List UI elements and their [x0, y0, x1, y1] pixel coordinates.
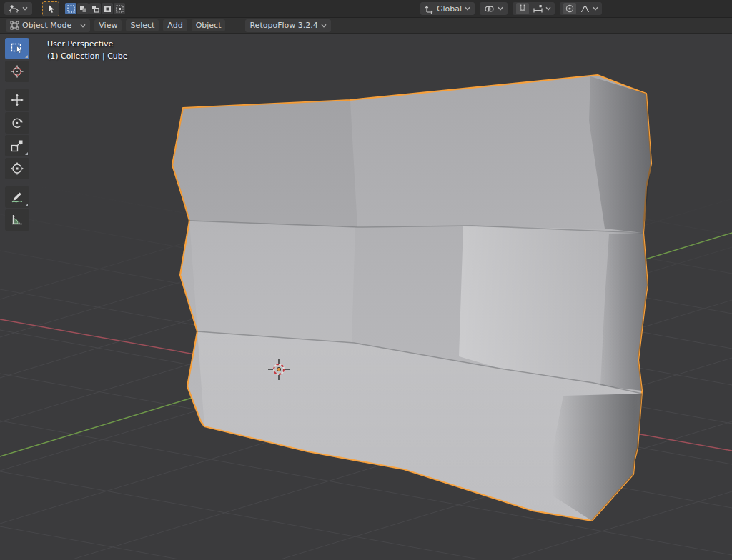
tool-cursor-button[interactable]	[5, 61, 29, 82]
transform-controls: Global	[420, 2, 602, 15]
proportional-circle-icon	[565, 4, 575, 14]
select-extend-icon	[79, 5, 87, 13]
context-label: (1) Collection | Cube	[47, 50, 128, 62]
select-mode-group	[65, 3, 125, 14]
object-mode-icon	[10, 21, 19, 30]
pivot-point-icon	[484, 4, 495, 14]
magnet-icon	[518, 4, 528, 14]
select-mode-new-button[interactable]	[65, 3, 76, 14]
tool-transform-button[interactable]	[5, 158, 29, 179]
viewport-overlay-text: User Perspective (1) Collection | Cube	[47, 38, 128, 62]
transform-icon	[10, 161, 24, 176]
tool-select-box-button[interactable]	[5, 38, 29, 59]
toolbar	[5, 38, 29, 232]
menu-select[interactable]: Select	[126, 19, 159, 31]
orientation-label: Global	[437, 5, 462, 13]
mode-label: Object Mode	[22, 21, 71, 29]
menu-view[interactable]: View	[94, 19, 122, 31]
cube-object[interactable]	[172, 75, 651, 521]
select-new-icon	[67, 5, 75, 13]
falloff-dropdown[interactable]	[580, 4, 598, 14]
chevron-down-icon	[321, 24, 327, 28]
retopoflow-label: RetopoFlow 3.2.4	[249, 21, 317, 29]
select-mode-invert-button[interactable]	[102, 3, 113, 14]
tool-measure-button[interactable]	[5, 209, 29, 231]
viewport-header: Object Mode View Select Add Object Retop…	[0, 18, 732, 34]
chevron-down-icon	[545, 6, 551, 11]
chevron-down-icon	[22, 6, 28, 11]
editor-type-button[interactable]	[4, 2, 32, 15]
select-intersect-icon	[116, 5, 124, 13]
measure-icon	[10, 213, 24, 227]
scene	[0, 34, 732, 559]
orientation-dropdown[interactable]: Global	[420, 2, 475, 15]
snap-group	[513, 2, 555, 15]
annotate-pencil-icon	[10, 190, 24, 204]
snap-settings-dropdown[interactable]	[533, 4, 551, 14]
editor-3d-viewport-icon	[9, 4, 19, 14]
proportional-group	[560, 2, 602, 15]
blender-window: Global	[0, 0, 732, 560]
chevron-down-icon	[593, 6, 598, 11]
retopoflow-menu[interactable]: RetopoFlow 3.2.4	[245, 19, 330, 32]
select-invert-icon	[104, 5, 112, 13]
chevron-down-icon	[465, 6, 470, 11]
tool-move-button[interactable]	[5, 89, 29, 111]
pivot-point-dropdown[interactable]	[480, 2, 508, 15]
scale-icon	[10, 139, 24, 153]
active-tool-indicator[interactable]	[42, 1, 59, 16]
view-label: User Perspective	[47, 38, 128, 50]
mode-dropdown[interactable]: Object Mode	[6, 19, 90, 32]
orientation-axes-icon	[425, 4, 434, 14]
rotate-icon	[10, 116, 24, 130]
snap-toggle[interactable]	[516, 3, 529, 14]
tool-scale-button[interactable]	[5, 135, 29, 156]
select-subtract-icon	[92, 5, 99, 13]
tool-rotate-button[interactable]	[5, 112, 29, 134]
select-mode-extend-button[interactable]	[77, 3, 89, 14]
falloff-curve-icon	[580, 4, 590, 14]
chevron-down-icon	[498, 6, 503, 11]
select-box-cursor-icon	[46, 4, 56, 14]
select-mode-intersect-button[interactable]	[114, 3, 125, 14]
proportional-toggle[interactable]	[563, 3, 576, 14]
snap-target-icon	[533, 4, 543, 14]
viewport-canvas[interactable]: User Perspective (1) Collection | Cube	[0, 34, 732, 559]
menu-add[interactable]: Add	[163, 19, 187, 31]
select-box-icon	[10, 41, 24, 56]
topbar: Global	[0, 0, 732, 18]
select-mode-subtract-button[interactable]	[89, 3, 101, 14]
move-icon	[10, 93, 24, 107]
cursor-tool-icon	[10, 64, 24, 79]
tool-annotate-button[interactable]	[5, 186, 29, 208]
menu-object[interactable]: Object	[192, 19, 226, 31]
chevron-down-icon	[80, 24, 86, 28]
